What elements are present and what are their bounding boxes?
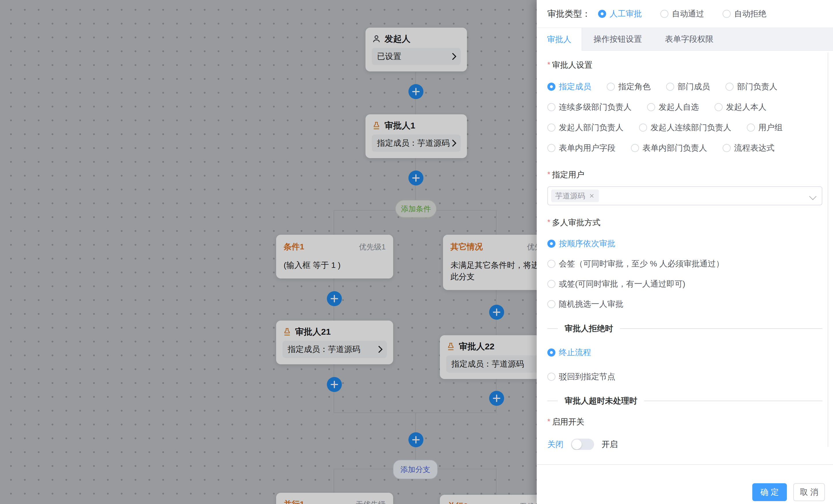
required-asterisk: *	[547, 60, 550, 69]
radio-circle-icon	[666, 83, 674, 91]
multi-approve-radio-group: 按顺序依次审批 会签（可同时审批，至少 % 人必须审批通过） 或签(可同时审批，…	[547, 238, 822, 310]
cancel-button[interactable]: 取 消	[793, 483, 825, 501]
radio-terminate-process[interactable]: 终止流程	[547, 347, 822, 358]
radio-process-expression[interactable]: 流程表达式	[722, 143, 775, 153]
reject-radio-group: 终止流程 驳回到指定节点	[547, 347, 822, 382]
radio-circle-icon	[722, 144, 731, 152]
radio-or-sign[interactable]: 或签(可同时审批，有一人通过即可)	[547, 278, 822, 289]
radio-circle-icon	[631, 144, 639, 152]
radio-initiator-self[interactable]: 发起人本人	[715, 102, 766, 112]
reject-section-title: 审批人拒绝时	[565, 323, 613, 334]
radio-circle-icon	[547, 144, 555, 152]
radio-initiator-select[interactable]: 发起人自选	[647, 102, 699, 112]
user-tag[interactable]: 芋道源码	[551, 190, 599, 202]
radio-circle-icon	[747, 124, 755, 132]
radio-circle-icon	[660, 10, 668, 18]
radio-circle-icon	[715, 103, 722, 111]
approver-setting-label: *审批人设置	[547, 60, 822, 70]
radio-circle-icon	[547, 349, 555, 356]
required-asterisk: *	[547, 218, 550, 226]
timeout-section-title: 审批人超时未处理时	[565, 396, 637, 406]
radio-circle-icon	[547, 260, 555, 268]
radio-circle-icon	[547, 373, 555, 381]
radio-auto-pass[interactable]: 自动通过	[660, 8, 704, 19]
radio-circle-icon	[547, 300, 555, 308]
approval-type-radio-group: 人工审批 自动通过 自动拒绝	[598, 8, 766, 19]
radio-circle-icon	[639, 124, 647, 132]
chevron-down-icon	[809, 193, 816, 200]
approval-config-drawer: 审批类型： 人工审批 自动通过 自动拒绝 审批人 操作按钮设置 表单字	[537, 0, 833, 504]
enable-switch-row: 关闭 开启	[547, 438, 822, 450]
radio-circle-icon	[547, 240, 555, 248]
approval-type-label: 审批类型：	[547, 8, 591, 20]
radio-circle-icon	[598, 10, 606, 18]
radio-sequential-approve[interactable]: 按顺序依次审批	[547, 238, 822, 249]
radio-user-group[interactable]: 用户组	[747, 122, 783, 133]
confirm-button[interactable]: 确 定	[752, 483, 787, 501]
config-scroll-area[interactable]: *审批人设置 指定成员 指定角色 部门成员 部门负责人 连续多级部门负责人 发起…	[537, 51, 833, 450]
tag-close-icon[interactable]	[589, 193, 595, 199]
radio-circle-icon	[722, 10, 731, 18]
approver-setting-radio-group: 指定成员 指定角色 部门成员 部门负责人 连续多级部门负责人 发起人自选 发起人…	[547, 81, 822, 153]
radio-designated-member[interactable]: 指定成员	[547, 81, 591, 92]
assigned-user-label: *指定用户	[547, 170, 822, 179]
radio-form-dept-leader[interactable]: 表单内部门负责人	[631, 143, 707, 153]
switch-off-label: 关闭	[547, 439, 564, 450]
radio-circle-icon	[547, 280, 555, 288]
multi-approve-label: *多人审批方式	[547, 218, 822, 227]
workflow-designer: 发起人 已设置 审批人1 指定成员：芋道源码	[0, 0, 833, 504]
required-asterisk: *	[547, 417, 550, 426]
radio-circle-icon	[647, 103, 655, 111]
radio-multi-level-dept-leader[interactable]: 连续多级部门负责人	[547, 102, 632, 112]
radio-random-one[interactable]: 随机挑选一人审批	[547, 299, 822, 310]
scrollbar[interactable]	[828, 52, 828, 447]
config-tabs: 审批人 操作按钮设置 表单字段权限	[537, 28, 833, 51]
switch-on-label: 开启	[601, 439, 618, 450]
radio-initiator-dept-leader[interactable]: 发起人部门负责人	[547, 122, 623, 133]
drawer-footer: 确 定 取 消	[537, 464, 833, 504]
enable-switch-label: *启用开关	[547, 417, 822, 427]
radio-dept-member[interactable]: 部门成员	[666, 81, 710, 92]
modal-overlay[interactable]	[0, 0, 537, 504]
tab-form-field-permission[interactable]: 表单字段权限	[653, 28, 725, 50]
tab-approver[interactable]: 审批人	[537, 28, 582, 51]
radio-circle-icon	[547, 103, 555, 111]
approval-type-row: 审批类型： 人工审批 自动通过 自动拒绝	[537, 0, 833, 28]
radio-designated-role[interactable]: 指定角色	[607, 81, 650, 92]
enable-toggle[interactable]	[571, 438, 594, 450]
radio-circle-icon	[547, 83, 555, 91]
radio-countersign[interactable]: 会签（可同时审批，至少 % 人必须审批通过）	[547, 258, 822, 269]
radio-circle-icon	[725, 83, 734, 91]
tab-action-buttons[interactable]: 操作按钮设置	[582, 28, 653, 50]
radio-dept-leader[interactable]: 部门负责人	[725, 81, 777, 92]
radio-auto-reject[interactable]: 自动拒绝	[722, 8, 766, 19]
radio-circle-icon	[607, 83, 615, 91]
timeout-section-divider: 审批人超时未处理时	[547, 396, 822, 405]
radio-manual-approve[interactable]: 人工审批	[598, 8, 642, 19]
assigned-user-select[interactable]: 芋道源码	[547, 186, 822, 205]
radio-form-user-field[interactable]: 表单内用户字段	[547, 143, 615, 153]
radio-return-to-node[interactable]: 驳回到指定节点	[547, 371, 822, 382]
radio-initiator-multi-dept-leader[interactable]: 发起人连续部门负责人	[639, 122, 731, 133]
user-tag-label: 芋道源码	[555, 191, 585, 201]
required-asterisk: *	[547, 170, 550, 179]
reject-section-divider: 审批人拒绝时	[547, 324, 822, 333]
radio-circle-icon	[547, 124, 555, 132]
